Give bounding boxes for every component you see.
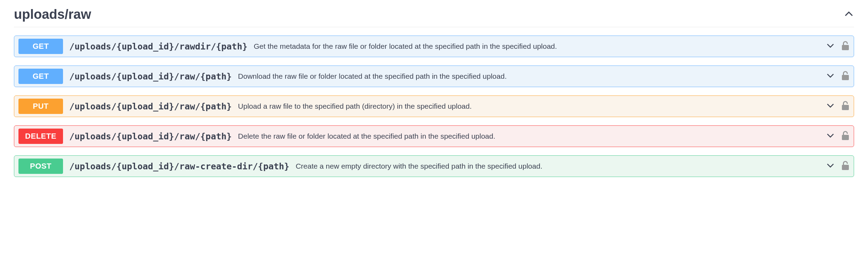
operation-description: Download the raw file or folder located … <box>238 72 820 80</box>
method-badge: PUT <box>18 99 63 114</box>
operation-description: Upload a raw file to the specified path … <box>238 102 820 110</box>
row-controls <box>826 101 850 112</box>
operation-row[interactable]: GET/uploads/{upload_id}/rawdir/{path}Get… <box>14 36 854 57</box>
operation-row[interactable]: GET/uploads/{upload_id}/raw/{path}Downlo… <box>14 66 854 87</box>
operation-description: Get the metadata for the raw file or fol… <box>254 42 820 51</box>
operation-row[interactable]: POST/uploads/{upload_id}/raw-create-dir/… <box>14 155 854 177</box>
unlock-icon[interactable] <box>841 41 850 52</box>
operation-row[interactable]: PUT/uploads/{upload_id}/raw/{path}Upload… <box>14 95 854 117</box>
row-controls <box>826 161 850 172</box>
method-badge: POST <box>18 159 63 174</box>
chevron-up-icon[interactable] <box>844 9 854 21</box>
section-header[interactable]: uploads/raw <box>14 7 854 27</box>
operation-path: /uploads/{upload_id}/raw/{path} <box>69 71 232 82</box>
row-controls <box>826 131 850 142</box>
method-badge: GET <box>18 69 63 84</box>
unlock-icon[interactable] <box>841 161 850 172</box>
chevron-down-icon[interactable] <box>826 101 835 111</box>
operation-description: Create a new empty directory with the sp… <box>296 162 820 170</box>
method-badge: DELETE <box>18 129 63 144</box>
chevron-down-icon[interactable] <box>826 71 835 82</box>
unlock-icon[interactable] <box>841 131 850 142</box>
operation-description: Delete the raw file or folder located at… <box>238 132 820 140</box>
chevron-down-icon[interactable] <box>826 131 835 141</box>
section-title: uploads/raw <box>14 7 91 22</box>
operation-path: /uploads/{upload_id}/rawdir/{path} <box>69 41 248 52</box>
method-badge: GET <box>18 39 63 54</box>
unlock-icon[interactable] <box>841 71 850 82</box>
operation-row[interactable]: DELETE/uploads/{upload_id}/raw/{path}Del… <box>14 125 854 147</box>
row-controls <box>826 71 850 82</box>
operations-list: GET/uploads/{upload_id}/rawdir/{path}Get… <box>14 36 854 177</box>
row-controls <box>826 41 850 52</box>
operation-path: /uploads/{upload_id}/raw/{path} <box>69 131 232 141</box>
unlock-icon[interactable] <box>841 101 850 112</box>
operation-path: /uploads/{upload_id}/raw/{path} <box>69 101 232 111</box>
operation-path: /uploads/{upload_id}/raw-create-dir/{pat… <box>69 161 289 171</box>
chevron-down-icon[interactable] <box>826 161 835 171</box>
chevron-down-icon[interactable] <box>826 41 835 52</box>
